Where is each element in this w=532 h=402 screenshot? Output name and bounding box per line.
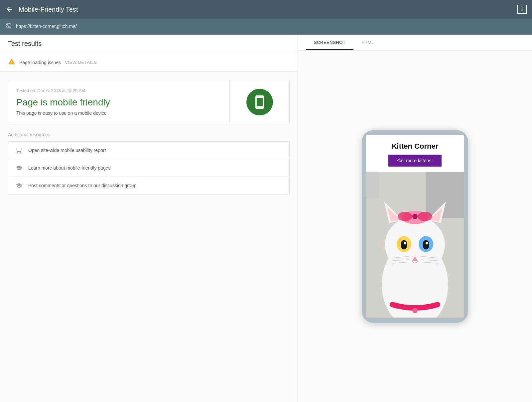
resource-text-2: Learn more about mobile-friendly pages xyxy=(28,165,110,171)
phone-site-title: Kitten Corner xyxy=(366,135,464,155)
tab-bar: SCREENSHOT HTML xyxy=(298,35,532,51)
additional-resources-title: Additional resources xyxy=(8,132,290,137)
svg-point-14 xyxy=(401,240,407,249)
resource-item-1[interactable]: Open site-wide mobile usability report xyxy=(8,142,289,159)
top-bar: Mobile-Friendly Test ! xyxy=(0,0,532,19)
svg-point-18 xyxy=(426,242,428,244)
phone-screen: Kitten Corner Get more kittens! xyxy=(366,135,464,318)
svg-point-15 xyxy=(404,242,406,244)
result-title: Page is mobile friendly xyxy=(16,97,221,108)
url-text: https://kitten-corner.glitch.me/ xyxy=(16,24,77,29)
svg-point-12 xyxy=(412,214,418,219)
mobile-friendly-icon xyxy=(246,89,273,115)
resource-text-1: Open site-wide mobile usability report xyxy=(28,148,106,153)
mobile-friendly-card: Tested on: Dec 6, 2018 at 10:25 AM Page … xyxy=(8,80,290,124)
tested-on: Tested on: Dec 6, 2018 at 10:25 AM xyxy=(16,88,221,93)
left-panel: Test results Page loading issues VIEW DE… xyxy=(0,35,298,402)
main-layout: Test results Page loading issues VIEW DE… xyxy=(0,35,532,402)
phone-preview-area: Kitten Corner Get more kittens! xyxy=(298,51,532,402)
learn-icon xyxy=(15,165,23,171)
test-results-title: Test results xyxy=(8,40,42,47)
warning-bar: Page loading issues VIEW DETAILS xyxy=(0,53,298,72)
phone-cta-button: Get more kittens! xyxy=(388,155,442,167)
svg-point-26 xyxy=(412,308,418,313)
card-left: Tested on: Dec 6, 2018 at 10:25 AM Page … xyxy=(8,80,229,124)
card-right xyxy=(229,80,289,124)
warning-text: Page loading issues xyxy=(19,60,61,65)
cat-image xyxy=(366,172,464,318)
right-panel: SCREENSHOT HTML Kitten Corner Get more k… xyxy=(298,35,532,402)
svg-rect-1 xyxy=(426,172,464,218)
view-details-link[interactable]: VIEW DETAILS xyxy=(65,60,97,65)
back-button[interactable] xyxy=(5,5,13,13)
resources-card: Open site-wide mobile usability report L… xyxy=(8,141,290,195)
svg-point-11 xyxy=(418,212,432,221)
tab-html[interactable]: HTML xyxy=(353,35,382,50)
svg-point-17 xyxy=(423,240,429,249)
resource-item-2[interactable]: Learn more about mobile-friendly pages xyxy=(8,159,289,177)
resource-item-3[interactable]: Post comments or questions to our discus… xyxy=(8,177,289,194)
page-title: Mobile-Friendly Test xyxy=(19,6,78,13)
test-results-header: Test results xyxy=(0,35,298,53)
result-subtitle: This page is easy to use on a mobile dev… xyxy=(16,110,221,116)
svg-point-4 xyxy=(385,216,445,273)
alert-icon[interactable]: ! xyxy=(517,5,527,14)
monitor-icon xyxy=(15,147,23,154)
tab-screenshot[interactable]: SCREENSHOT xyxy=(306,35,353,50)
content-area: Tested on: Dec 6, 2018 at 10:25 AM Page … xyxy=(0,72,298,402)
globe-icon xyxy=(5,22,12,31)
warning-icon xyxy=(8,58,15,67)
svg-rect-2 xyxy=(366,172,379,198)
phone-frame: Kitten Corner Get more kittens! xyxy=(362,130,468,323)
resource-text-3: Post comments or questions to our discus… xyxy=(28,183,136,188)
url-bar: https://kitten-corner.glitch.me/ xyxy=(0,19,532,35)
svg-point-10 xyxy=(398,212,412,221)
comment-icon xyxy=(15,182,23,189)
